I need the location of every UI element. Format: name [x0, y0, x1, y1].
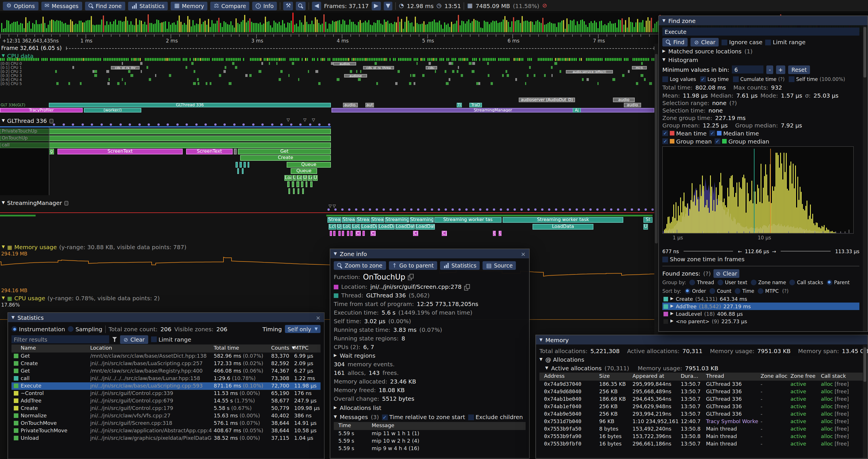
zoom-to-zone-button[interactable]: Zoom to zone: [334, 261, 386, 270]
timeline-zone[interactable]: GLThread 336: [49, 103, 331, 107]
timeline-zone[interactable]: ScreenText: [57, 149, 183, 155]
timeline-zone[interactable]: [287, 182, 289, 187]
message-dot[interactable]: [390, 208, 392, 211]
timeline-zone[interactable]: Queue: [291, 168, 317, 174]
checkbox-box[interactable]: ✓: [700, 76, 706, 82]
timeline-zone[interactable]: LoU: [342, 224, 351, 230]
message-dot[interactable]: [603, 208, 606, 211]
wait-regions-toggle[interactable]: ▶Wait regions: [334, 351, 526, 360]
table-row[interactable]: Normalizejni/../jni/src/claw/vfs/Vfs.cpp…: [11, 412, 320, 420]
message-dot[interactable]: [53, 124, 55, 126]
messages-table-header[interactable]: TimeMessage: [334, 422, 526, 430]
found-clear-button[interactable]: ⊘Clear: [714, 269, 740, 277]
timeline-zone[interactable]: Lo: [308, 175, 312, 181]
timeline-zone[interactable]: PrivateTouchUp: [0, 129, 331, 134]
scrollbar-thumb[interactable]: [863, 27, 866, 77]
timeline-zone[interactable]: [297, 182, 299, 187]
message-dot[interactable]: [369, 208, 371, 211]
radio-circle[interactable]: [685, 288, 690, 294]
prev-frame-button[interactable]: ◀: [312, 1, 321, 10]
timeline-zone[interactable]: U: [643, 224, 648, 230]
timeline-zone[interactable]: [240, 162, 242, 168]
collapse-icon[interactable]: ▼: [2, 119, 5, 123]
timeline-zone[interactable]: cds:: [426, 66, 437, 69]
message-dot[interactable]: [223, 124, 226, 126]
free-link[interactable]: [free]: [835, 441, 849, 447]
table-row[interactable]: ~Controljni/../jni/src/guif/Control.cpp:…: [11, 390, 320, 397]
group-by-radio[interactable]: Parent: [827, 279, 849, 285]
column-header[interactable]: Size: [599, 373, 610, 379]
clear-button[interactable]: ⊘Clear: [691, 38, 719, 46]
zone-info-titlebar[interactable]: ▼Zone info×: [330, 249, 529, 258]
timeline-zone[interactable]: audio: [613, 98, 635, 102]
timeline-zone[interactable]: Ci: [355, 231, 361, 236]
timeline-zone[interactable]: Uj: [337, 224, 342, 230]
message-dot[interactable]: [252, 124, 254, 126]
message-dot[interactable]: [195, 124, 197, 126]
source-button[interactable]: ▤Source: [483, 261, 516, 270]
collapse-icon[interactable]: ▶: [671, 297, 674, 301]
allocation-address[interactable]: 0x7531d7b040: [544, 419, 581, 424]
log-time-checkbox[interactable]: ✓Log time: [700, 76, 729, 82]
message-dot[interactable]: [157, 124, 160, 126]
message-dot[interactable]: [362, 208, 364, 211]
allocation-row[interactable]: 0x7553b9fbf016 bytes296,661,186ns13:50.7…: [539, 440, 864, 448]
timeline-zone[interactable]: [237, 168, 239, 174]
timeline-zone[interactable]: [342, 231, 344, 236]
table-row[interactable]: Createjni/../jni/src/guif/Control.cpp:17…: [11, 405, 320, 412]
memory-usage-plot-header[interactable]: ▼▦Memory usage(y-range: 30.88 KB, visibl…: [2, 244, 186, 250]
toolbar-button-options[interactable]: ⚙Options: [3, 1, 38, 10]
checkbox-box[interactable]: [722, 39, 727, 45]
alloc-link[interactable]: alloc: [821, 433, 833, 439]
timeline-zone[interactable]: [298, 188, 299, 194]
free-link[interactable]: [free]: [835, 389, 849, 394]
message-dot[interactable]: [271, 124, 273, 126]
timeline-zone[interactable]: LoU: [351, 224, 360, 230]
column-header[interactable]: Zone alloc: [761, 373, 787, 379]
checkbox-box[interactable]: [733, 76, 739, 82]
message-dot[interactable]: [242, 124, 245, 126]
timeline-zone[interactable]: LoadDaU: [378, 224, 395, 230]
timeline-zone[interactable]: StreamingManager: [332, 108, 654, 112]
timeline-zone[interactable]: [302, 188, 304, 194]
active-allocations-toggle[interactable]: ▼Active allocations(70,311)Memory usage:…: [539, 364, 864, 372]
allocation-address[interactable]: 0x7553b9fa90: [544, 433, 581, 439]
sort-by-radio[interactable]: Order: [685, 288, 706, 294]
timeline-zone[interactable]: [306, 182, 307, 187]
go-to-parent-button[interactable]: ↑Go to parent: [389, 261, 437, 270]
message-dot[interactable]: [500, 208, 502, 211]
table-row[interactable]: AddTreejni/../jni/src/guif/Control.cpp:6…: [11, 397, 320, 405]
column-header[interactable]: Call stack: [821, 373, 846, 379]
timeline-zone[interactable]: LoadData: [532, 224, 593, 230]
alloc-link[interactable]: alloc: [821, 389, 833, 394]
message-dot[interactable]: [534, 208, 536, 211]
message-dot[interactable]: [493, 208, 495, 211]
message-dot[interactable]: [91, 124, 93, 126]
find-zone-titlebar[interactable]: ▼Find zone: [659, 16, 867, 25]
message-dot[interactable]: [610, 208, 612, 211]
allocation-row[interactable]: 0x74ab1ef040256 KB294,629,948ns13:50.7GL…: [539, 403, 864, 411]
timeline-zone[interactable]: [350, 231, 353, 236]
timeline-zone[interactable]: (worker/): [84, 108, 141, 112]
allocation-address[interactable]: 0x7553b9fbf0: [544, 441, 581, 447]
group-by-radio[interactable]: User text: [717, 279, 747, 285]
time-relative-checkbox[interactable]: ✓Time relative to zone start: [382, 414, 465, 420]
call-stack-links[interactable]: alloc [free]: [821, 396, 849, 402]
message-dot[interactable]: [638, 208, 640, 211]
alloc-link[interactable]: alloc: [821, 381, 833, 387]
timing-combo[interactable]: Self only▼: [285, 325, 320, 333]
histogram-svg[interactable]: [662, 146, 854, 234]
timeline-zone[interactable]: St: [643, 217, 653, 223]
collapse-icon[interactable]: ▼: [2, 245, 5, 249]
message-row[interactable]: 5.59 smip 9 w 4 h 4 (16): [334, 445, 526, 452]
find-button[interactable]: Find: [662, 38, 688, 46]
help-marker[interactable]: (?): [778, 76, 784, 82]
message-dot[interactable]: [334, 208, 337, 211]
timeline-zone[interactable]: TracyProfiler: [0, 108, 83, 112]
message-dot[interactable]: [341, 208, 343, 211]
memory-scrollbar[interactable]: [863, 345, 867, 458]
call-stack-links[interactable]: alloc [free]: [821, 433, 849, 439]
message-dot[interactable]: [166, 124, 169, 126]
histogram-plot[interactable]: 1 µs10 µs: [662, 146, 855, 248]
message-dot[interactable]: [521, 208, 523, 211]
